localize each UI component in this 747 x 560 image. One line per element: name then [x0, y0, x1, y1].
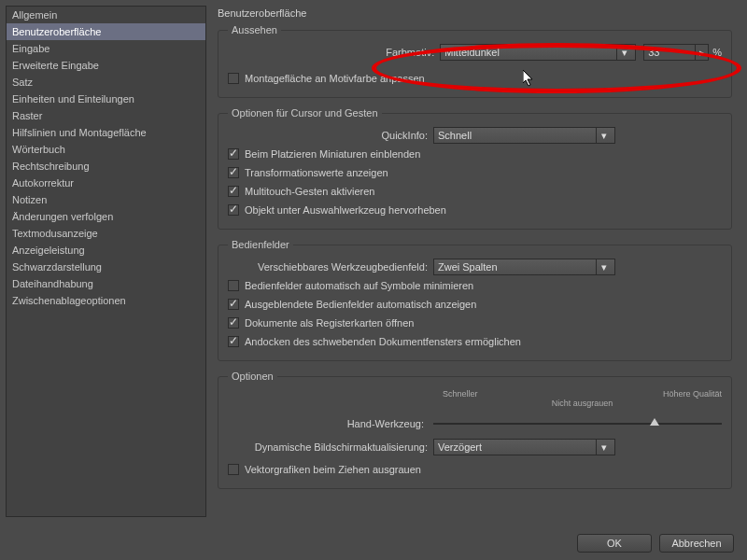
- toolpanel-value: Zwei Spalten: [438, 261, 592, 273]
- checkbox[interactable]: [228, 317, 239, 329]
- options-group: Optionen Schneller Höhere Qualität Nicht…: [218, 371, 732, 489]
- stepper-icon: ▸: [695, 45, 708, 60]
- sidebar-item[interactable]: Raster: [7, 107, 205, 124]
- sidebar-item[interactable]: Wörterbuch: [7, 141, 205, 158]
- checkbox[interactable]: [228, 186, 239, 197]
- quickinfo-label: QuickInfo:: [228, 130, 433, 141]
- category-list[interactable]: AllgemeinBenutzeroberflächeEingabeErweit…: [6, 6, 206, 517]
- chevron-down-icon: ▾: [596, 259, 611, 274]
- sidebar-item[interactable]: Allgemein: [7, 7, 205, 23]
- checkbox[interactable]: [228, 336, 239, 347]
- sidebar-item[interactable]: Einheiten und Einteilungen: [7, 91, 205, 107]
- sidebar-item[interactable]: Hilfslinien und Montagefläche: [7, 124, 205, 141]
- toolpanel-label: Verschiebbares Werkzeugbedienfeld:: [228, 261, 433, 273]
- cursor-group: Optionen für Cursor und Gesten QuickInfo…: [218, 107, 732, 230]
- match-pasteboard-label: Montagefläche an Motivfarbe anpassen: [245, 73, 425, 84]
- brightness-value: 33: [644, 47, 695, 58]
- sidebar-item[interactable]: Erweiterte Eingabe: [7, 57, 205, 74]
- slider-tick-right: Höhere Qualität: [663, 389, 722, 399]
- sidebar-item[interactable]: Rechtschreibung: [7, 158, 205, 175]
- sidebar-item[interactable]: Schwarzdarstellung: [7, 259, 205, 275]
- redraw-value: Verzögert: [438, 441, 592, 453]
- chevron-down-icon: ▾: [596, 128, 611, 143]
- percent-label: %: [709, 47, 722, 58]
- sidebar-item[interactable]: Benutzeroberfläche: [7, 23, 205, 40]
- checkbox[interactable]: [228, 167, 239, 178]
- sidebar-item[interactable]: Autokorrektur: [7, 175, 205, 191]
- slider-thumb-icon[interactable]: [650, 418, 659, 426]
- color-theme-label: Farbmotiv:: [386, 47, 440, 58]
- cursor-legend: Optionen für Cursor und Gesten: [228, 107, 382, 119]
- sidebar-item[interactable]: Anzeigeleistung: [7, 242, 205, 259]
- sidebar-item[interactable]: Zwischenablageoptionen: [7, 292, 205, 309]
- slider-tick-center: Nicht ausgrauen: [443, 399, 722, 408]
- checkbox-label: Transformationswerte anzeigen: [245, 167, 388, 178]
- checkbox-label: Ausgeblendete Bedienfelder automatisch a…: [245, 299, 476, 310]
- sidebar-item[interactable]: Dateihandhabung: [7, 275, 205, 292]
- chevron-down-icon: ▾: [596, 440, 611, 455]
- sidebar-item[interactable]: Satz: [7, 74, 205, 91]
- checkbox[interactable]: [228, 204, 239, 216]
- page-title: Benutzeroberfläche: [218, 6, 732, 24]
- checkbox-label: Bedienfelder automatisch auf Symbole min…: [245, 280, 473, 291]
- quickinfo-dropdown[interactable]: Schnell ▾: [433, 127, 615, 144]
- panels-legend: Bedienfelder: [228, 239, 293, 250]
- hand-tool-slider[interactable]: [433, 423, 722, 425]
- panels-group: Bedienfelder Verschiebbares Werkzeugbedi…: [218, 239, 732, 361]
- appearance-group: Aussehen Farbmotiv: Mitteldunkel ▾ 33 ▸ …: [218, 24, 732, 98]
- quickinfo-value: Schnell: [438, 130, 592, 141]
- checkbox[interactable]: [228, 299, 239, 310]
- sidebar-item[interactable]: Änderungen verfolgen: [7, 208, 205, 225]
- toolpanel-dropdown[interactable]: Zwei Spalten ▾: [433, 259, 615, 275]
- sidebar-item[interactable]: Textmodusanzeige: [7, 225, 205, 242]
- checkbox-label: Objekt unter Auswahlwerkzeug hervorheben: [245, 204, 446, 216]
- cancel-button[interactable]: Abbrechen: [659, 534, 734, 553]
- match-pasteboard-checkbox[interactable]: [228, 73, 239, 84]
- checkbox[interactable]: [228, 280, 239, 291]
- sidebar-item[interactable]: Notizen: [7, 191, 205, 208]
- checkbox-label: Andocken des schwebenden Dokumentfenster…: [245, 336, 521, 347]
- checkbox-label: Beim Platzieren Miniaturen einblenden: [245, 148, 420, 160]
- checkbox[interactable]: [228, 148, 239, 160]
- brightness-input[interactable]: 33 ▸: [643, 44, 709, 61]
- chevron-down-icon: ▾: [616, 45, 631, 60]
- color-theme-dropdown[interactable]: Mitteldunkel ▾: [440, 44, 636, 61]
- checkbox-label: Dokumente als Registerkarten öffnen: [245, 317, 414, 329]
- greek-vectors-checkbox[interactable]: [228, 464, 239, 475]
- redraw-label: Dynamische Bildschirmaktualisierung:: [228, 441, 433, 453]
- checkbox-label: Multitouch-Gesten aktivieren: [245, 186, 374, 197]
- hand-tool-label: Hand-Werkzeug:: [228, 418, 433, 429]
- ok-button[interactable]: OK: [577, 534, 652, 553]
- options-legend: Optionen: [228, 371, 277, 382]
- color-theme-value: Mitteldunkel: [444, 47, 613, 58]
- sidebar-item[interactable]: Eingabe: [7, 40, 205, 57]
- redraw-dropdown[interactable]: Verzögert ▾: [433, 439, 615, 455]
- slider-tick-left: Schneller: [443, 389, 478, 399]
- appearance-legend: Aussehen: [228, 24, 281, 35]
- greek-vectors-label: Vektorgrafiken beim Ziehen ausgrauen: [245, 464, 421, 475]
